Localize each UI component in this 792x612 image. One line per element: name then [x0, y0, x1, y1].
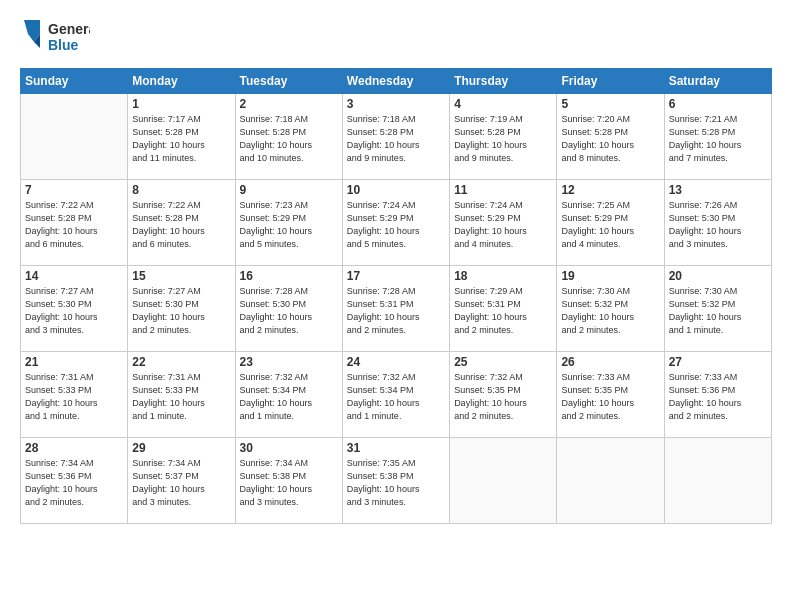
day-number: 2 — [240, 97, 338, 111]
day-number: 25 — [454, 355, 552, 369]
calendar-cell: 9Sunrise: 7:23 AM Sunset: 5:29 PM Daylig… — [235, 180, 342, 266]
weekday-header-monday: Monday — [128, 69, 235, 94]
day-number: 10 — [347, 183, 445, 197]
day-number: 26 — [561, 355, 659, 369]
day-info: Sunrise: 7:30 AM Sunset: 5:32 PM Dayligh… — [561, 285, 659, 337]
page-container: GeneralBlue SundayMondayTuesdayWednesday… — [0, 0, 792, 612]
day-info: Sunrise: 7:18 AM Sunset: 5:28 PM Dayligh… — [240, 113, 338, 165]
day-info: Sunrise: 7:33 AM Sunset: 5:35 PM Dayligh… — [561, 371, 659, 423]
calendar-cell: 16Sunrise: 7:28 AM Sunset: 5:30 PM Dayli… — [235, 266, 342, 352]
day-info: Sunrise: 7:35 AM Sunset: 5:38 PM Dayligh… — [347, 457, 445, 509]
day-info: Sunrise: 7:18 AM Sunset: 5:28 PM Dayligh… — [347, 113, 445, 165]
day-number: 3 — [347, 97, 445, 111]
day-info: Sunrise: 7:34 AM Sunset: 5:38 PM Dayligh… — [240, 457, 338, 509]
calendar-header-row: SundayMondayTuesdayWednesdayThursdayFrid… — [21, 69, 772, 94]
day-number: 5 — [561, 97, 659, 111]
weekday-header-tuesday: Tuesday — [235, 69, 342, 94]
logo-svg: GeneralBlue — [20, 16, 90, 60]
svg-text:Blue: Blue — [48, 37, 79, 53]
day-info: Sunrise: 7:27 AM Sunset: 5:30 PM Dayligh… — [132, 285, 230, 337]
day-number: 31 — [347, 441, 445, 455]
calendar-cell: 12Sunrise: 7:25 AM Sunset: 5:29 PM Dayli… — [557, 180, 664, 266]
calendar-cell: 8Sunrise: 7:22 AM Sunset: 5:28 PM Daylig… — [128, 180, 235, 266]
calendar-cell: 25Sunrise: 7:32 AM Sunset: 5:35 PM Dayli… — [450, 352, 557, 438]
calendar-week-row: 7Sunrise: 7:22 AM Sunset: 5:28 PM Daylig… — [21, 180, 772, 266]
day-number: 15 — [132, 269, 230, 283]
calendar-cell: 19Sunrise: 7:30 AM Sunset: 5:32 PM Dayli… — [557, 266, 664, 352]
calendar-cell: 24Sunrise: 7:32 AM Sunset: 5:34 PM Dayli… — [342, 352, 449, 438]
calendar-cell: 3Sunrise: 7:18 AM Sunset: 5:28 PM Daylig… — [342, 94, 449, 180]
day-number: 22 — [132, 355, 230, 369]
header: GeneralBlue — [20, 16, 772, 60]
calendar-table: SundayMondayTuesdayWednesdayThursdayFrid… — [20, 68, 772, 524]
day-number: 12 — [561, 183, 659, 197]
day-info: Sunrise: 7:30 AM Sunset: 5:32 PM Dayligh… — [669, 285, 767, 337]
calendar-cell: 27Sunrise: 7:33 AM Sunset: 5:36 PM Dayli… — [664, 352, 771, 438]
weekday-header-thursday: Thursday — [450, 69, 557, 94]
calendar-cell: 7Sunrise: 7:22 AM Sunset: 5:28 PM Daylig… — [21, 180, 128, 266]
day-number: 20 — [669, 269, 767, 283]
day-info: Sunrise: 7:31 AM Sunset: 5:33 PM Dayligh… — [25, 371, 123, 423]
day-number: 17 — [347, 269, 445, 283]
day-info: Sunrise: 7:17 AM Sunset: 5:28 PM Dayligh… — [132, 113, 230, 165]
svg-text:General: General — [48, 21, 90, 37]
day-number: 1 — [132, 97, 230, 111]
calendar-week-row: 28Sunrise: 7:34 AM Sunset: 5:36 PM Dayli… — [21, 438, 772, 524]
calendar-cell: 14Sunrise: 7:27 AM Sunset: 5:30 PM Dayli… — [21, 266, 128, 352]
calendar-cell: 22Sunrise: 7:31 AM Sunset: 5:33 PM Dayli… — [128, 352, 235, 438]
day-info: Sunrise: 7:34 AM Sunset: 5:36 PM Dayligh… — [25, 457, 123, 509]
day-info: Sunrise: 7:32 AM Sunset: 5:34 PM Dayligh… — [240, 371, 338, 423]
calendar-week-row: 14Sunrise: 7:27 AM Sunset: 5:30 PM Dayli… — [21, 266, 772, 352]
day-info: Sunrise: 7:27 AM Sunset: 5:30 PM Dayligh… — [25, 285, 123, 337]
day-number: 24 — [347, 355, 445, 369]
calendar-cell: 4Sunrise: 7:19 AM Sunset: 5:28 PM Daylig… — [450, 94, 557, 180]
calendar-cell: 20Sunrise: 7:30 AM Sunset: 5:32 PM Dayli… — [664, 266, 771, 352]
calendar-cell: 26Sunrise: 7:33 AM Sunset: 5:35 PM Dayli… — [557, 352, 664, 438]
calendar-cell: 31Sunrise: 7:35 AM Sunset: 5:38 PM Dayli… — [342, 438, 449, 524]
day-number: 19 — [561, 269, 659, 283]
day-info: Sunrise: 7:31 AM Sunset: 5:33 PM Dayligh… — [132, 371, 230, 423]
calendar-cell: 30Sunrise: 7:34 AM Sunset: 5:38 PM Dayli… — [235, 438, 342, 524]
weekday-header-wednesday: Wednesday — [342, 69, 449, 94]
day-number: 6 — [669, 97, 767, 111]
day-info: Sunrise: 7:21 AM Sunset: 5:28 PM Dayligh… — [669, 113, 767, 165]
day-info: Sunrise: 7:33 AM Sunset: 5:36 PM Dayligh… — [669, 371, 767, 423]
day-info: Sunrise: 7:23 AM Sunset: 5:29 PM Dayligh… — [240, 199, 338, 251]
calendar-cell: 28Sunrise: 7:34 AM Sunset: 5:36 PM Dayli… — [21, 438, 128, 524]
calendar-cell: 15Sunrise: 7:27 AM Sunset: 5:30 PM Dayli… — [128, 266, 235, 352]
calendar-cell: 29Sunrise: 7:34 AM Sunset: 5:37 PM Dayli… — [128, 438, 235, 524]
day-number: 4 — [454, 97, 552, 111]
calendar-cell: 6Sunrise: 7:21 AM Sunset: 5:28 PM Daylig… — [664, 94, 771, 180]
calendar-cell: 13Sunrise: 7:26 AM Sunset: 5:30 PM Dayli… — [664, 180, 771, 266]
day-number: 27 — [669, 355, 767, 369]
day-info: Sunrise: 7:19 AM Sunset: 5:28 PM Dayligh… — [454, 113, 552, 165]
calendar-cell — [557, 438, 664, 524]
day-info: Sunrise: 7:25 AM Sunset: 5:29 PM Dayligh… — [561, 199, 659, 251]
calendar-cell: 10Sunrise: 7:24 AM Sunset: 5:29 PM Dayli… — [342, 180, 449, 266]
day-info: Sunrise: 7:34 AM Sunset: 5:37 PM Dayligh… — [132, 457, 230, 509]
day-number: 16 — [240, 269, 338, 283]
weekday-header-friday: Friday — [557, 69, 664, 94]
calendar-cell: 18Sunrise: 7:29 AM Sunset: 5:31 PM Dayli… — [450, 266, 557, 352]
day-info: Sunrise: 7:24 AM Sunset: 5:29 PM Dayligh… — [454, 199, 552, 251]
logo: GeneralBlue — [20, 16, 90, 60]
day-number: 8 — [132, 183, 230, 197]
calendar-cell: 21Sunrise: 7:31 AM Sunset: 5:33 PM Dayli… — [21, 352, 128, 438]
day-number: 7 — [25, 183, 123, 197]
calendar-week-row: 21Sunrise: 7:31 AM Sunset: 5:33 PM Dayli… — [21, 352, 772, 438]
calendar-cell — [664, 438, 771, 524]
calendar-cell: 1Sunrise: 7:17 AM Sunset: 5:28 PM Daylig… — [128, 94, 235, 180]
day-number: 14 — [25, 269, 123, 283]
calendar-week-row: 1Sunrise: 7:17 AM Sunset: 5:28 PM Daylig… — [21, 94, 772, 180]
day-number: 30 — [240, 441, 338, 455]
day-number: 21 — [25, 355, 123, 369]
day-info: Sunrise: 7:24 AM Sunset: 5:29 PM Dayligh… — [347, 199, 445, 251]
day-number: 11 — [454, 183, 552, 197]
day-info: Sunrise: 7:32 AM Sunset: 5:34 PM Dayligh… — [347, 371, 445, 423]
weekday-header-sunday: Sunday — [21, 69, 128, 94]
calendar-cell — [21, 94, 128, 180]
day-number: 13 — [669, 183, 767, 197]
day-number: 23 — [240, 355, 338, 369]
calendar-cell: 11Sunrise: 7:24 AM Sunset: 5:29 PM Dayli… — [450, 180, 557, 266]
weekday-header-saturday: Saturday — [664, 69, 771, 94]
